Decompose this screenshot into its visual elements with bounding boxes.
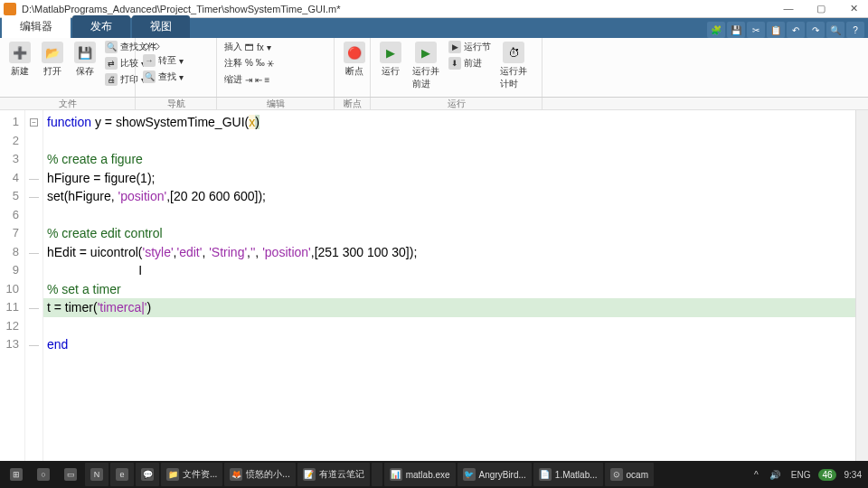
- code-line[interactable]: % create a figure: [43, 150, 868, 169]
- taskbar-item-icon: ⊞: [10, 468, 23, 481]
- taskbar-item-label: AngryBird...: [479, 470, 526, 480]
- line-number: 4: [0, 169, 19, 188]
- taskbar-item-icon: 📝: [303, 468, 316, 481]
- qa-btn-search[interactable]: 🔍: [826, 22, 844, 38]
- ribbon: ➕新建 📂打开 💾保存 🔍查找文件 ⇄比较 ▾ 🖨打印 ▾ ◇ ◇ →转至 ▾ …: [0, 38, 868, 98]
- run-button[interactable]: ▶运行: [376, 40, 405, 92]
- qa-btn-2[interactable]: 💾: [727, 22, 745, 38]
- save-button[interactable]: 💾保存: [71, 40, 99, 87]
- taskbar-item[interactable]: ⊞: [4, 463, 29, 486]
- taskbar-item[interactable]: ○: [31, 463, 56, 486]
- taskbar-item[interactable]: ⊙ocam: [605, 463, 654, 486]
- line-number: 9: [0, 261, 19, 280]
- fold-marker[interactable]: —: [25, 243, 42, 262]
- code-line[interactable]: % create edit control: [43, 224, 868, 243]
- taskbar-item[interactable]: 💬: [136, 463, 159, 486]
- goto-dropdown[interactable]: →转至 ▾: [141, 53, 185, 68]
- code-line[interactable]: t = timer('timerca|'): [43, 298, 868, 317]
- code-line[interactable]: set(hFigure, 'position',[20 20 600 600])…: [43, 187, 868, 206]
- fold-marker[interactable]: [25, 224, 42, 243]
- advance-button[interactable]: ⬇前进: [447, 56, 493, 70]
- code-line[interactable]: end: [43, 335, 868, 354]
- tray-lang[interactable]: ENG: [788, 470, 814, 480]
- taskbar-item-icon: 🦊: [230, 468, 242, 481]
- taskbar-item[interactable]: N: [85, 463, 108, 486]
- qa-btn-3[interactable]: ✂: [747, 22, 765, 38]
- goto-button[interactable]: ◇ ◇: [141, 40, 185, 52]
- code-line[interactable]: % set a timer: [43, 280, 868, 299]
- fold-marker[interactable]: —: [25, 335, 42, 354]
- fold-marker[interactable]: [25, 132, 42, 151]
- code-line[interactable]: I: [43, 261, 868, 280]
- taskbar-item[interactable]: 📁文件资...: [161, 463, 222, 486]
- new-button[interactable]: ➕新建: [5, 40, 34, 87]
- taskbar-item[interactable]: ▭: [58, 463, 83, 486]
- qa-btn-1[interactable]: 🧩: [707, 22, 725, 38]
- taskbar-item-icon: e: [116, 468, 128, 481]
- taskbar-item-icon: 📊: [390, 468, 402, 481]
- app-icon: [4, 3, 16, 15]
- code-area[interactable]: function y = showSystemTime_GUI(x)% crea…: [43, 110, 868, 472]
- taskbar-item[interactable]: 🦊愤怒的小...: [224, 463, 295, 486]
- taskbar-item-label: 愤怒的小...: [246, 468, 289, 481]
- qa-btn-4[interactable]: 📋: [767, 22, 785, 38]
- tab-editor[interactable]: 编辑器: [2, 15, 71, 38]
- code-line[interactable]: hFigure = figure(1);: [43, 169, 868, 188]
- code-line[interactable]: hEdit = uicontrol('style','edit', 'Strin…: [43, 243, 868, 262]
- qa-btn-5[interactable]: ↶: [787, 22, 805, 38]
- code-editor[interactable]: 12345678910111213 −————— function y = sh…: [0, 110, 868, 472]
- qa-btn-6[interactable]: ↷: [807, 22, 825, 38]
- fold-marker[interactable]: [25, 317, 42, 336]
- qa-btn-help[interactable]: ?: [846, 22, 864, 38]
- line-number: 2: [0, 132, 19, 151]
- fold-marker[interactable]: —: [25, 298, 42, 317]
- indent-button[interactable]: 缩进 ⇥ ⇤ ≡: [222, 72, 276, 87]
- fold-marker[interactable]: [25, 261, 42, 280]
- taskbar-item[interactable]: e: [110, 463, 134, 486]
- tray-sound-icon[interactable]: 🔊: [767, 470, 783, 480]
- tray-clock[interactable]: 9:34: [842, 470, 864, 480]
- code-line[interactable]: function y = showSystemTime_GUI(x): [43, 113, 868, 132]
- fold-marker[interactable]: —: [25, 169, 42, 188]
- breakpoint-button[interactable]: 🔴断点: [340, 40, 369, 80]
- fold-column[interactable]: −—————: [25, 110, 43, 472]
- taskbar-item-icon: N: [90, 468, 103, 481]
- taskbar-item[interactable]: 📊matlab.exe: [384, 463, 456, 486]
- find-button[interactable]: 🔍查找 ▾: [141, 70, 185, 84]
- taskbar-item[interactable]: 📄1.Matlab...: [533, 463, 603, 486]
- close-button[interactable]: ✕: [843, 3, 864, 14]
- taskbar-item[interactable]: 🐦AngryBird...: [458, 463, 532, 486]
- line-number: 7: [0, 224, 19, 243]
- fold-marker[interactable]: −: [25, 113, 42, 132]
- comment-button[interactable]: 注释 % ‰ ⚹: [222, 56, 276, 70]
- line-number: 12: [0, 317, 19, 336]
- run-advance-button[interactable]: ▶运行并 前进: [409, 40, 443, 92]
- fold-marker[interactable]: [25, 206, 42, 225]
- line-number: 8: [0, 243, 19, 262]
- code-line[interactable]: [43, 132, 868, 151]
- minimize-button[interactable]: —: [778, 3, 799, 14]
- open-button[interactable]: 📂打开: [38, 40, 67, 87]
- fold-marker[interactable]: [25, 280, 42, 299]
- code-line[interactable]: [43, 317, 868, 336]
- fold-marker[interactable]: [25, 150, 42, 169]
- tray-badge[interactable]: 46: [818, 469, 835, 481]
- run-time-button[interactable]: ⏱运行并 计时: [496, 40, 531, 92]
- quick-access-toolbar: 🧩 💾 ✂ 📋 ↶ ↷ 🔍 ?: [707, 22, 868, 38]
- taskbar-item-icon: 📄: [539, 468, 552, 481]
- line-number: 1: [0, 113, 19, 132]
- maximize-button[interactable]: ▢: [810, 3, 832, 14]
- line-number: 3: [0, 150, 19, 169]
- taskbar-item-icon: ▭: [64, 468, 77, 481]
- tray-up-icon[interactable]: ^: [751, 470, 761, 480]
- taskbar-item-label: matlab.exe: [406, 470, 450, 480]
- taskbar-item[interactable]: [372, 463, 382, 486]
- runsection-button[interactable]: ▶运行节: [447, 40, 493, 54]
- vertical-scrollbar[interactable]: [855, 110, 868, 472]
- taskbar-item[interactable]: 📝有道云笔记: [297, 463, 370, 486]
- fold-marker[interactable]: —: [25, 187, 42, 206]
- insert-button[interactable]: 插入 🗔 fx ▾: [222, 40, 276, 54]
- tab-view[interactable]: 视图: [132, 15, 190, 38]
- tab-publish[interactable]: 发布: [72, 15, 130, 38]
- code-line[interactable]: [43, 206, 868, 225]
